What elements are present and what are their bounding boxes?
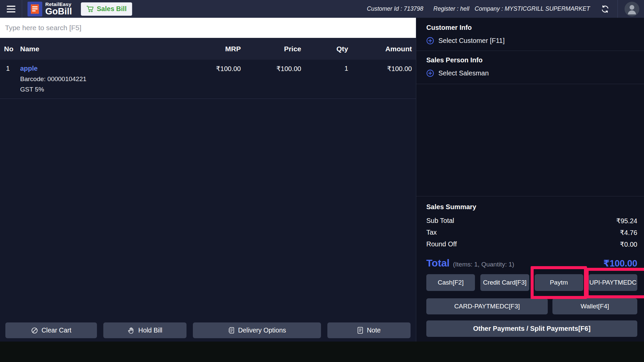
table-header: No Name MRP Price Qty Amount bbox=[0, 38, 416, 60]
total-meta: (Items: 1, Quantity: 1) bbox=[453, 261, 514, 268]
payment-row-1: Cash[F2] Credit Card[F3] Paytm UPI-PAYTM… bbox=[426, 274, 637, 291]
col-header-price: Price bbox=[241, 45, 301, 53]
delivery-options-button[interactable]: Delivery Options bbox=[193, 322, 321, 338]
checkout-panel: Customer Info Select Customer [F11] Sale… bbox=[416, 18, 644, 342]
hold-bill-label: Hold Bill bbox=[138, 326, 162, 334]
subtotal-label: Sub Total bbox=[426, 217, 454, 225]
panel-divider bbox=[416, 196, 644, 196]
select-customer-label: Select Customer [F11] bbox=[438, 37, 504, 45]
payment-row-2: CARD-PAYTMEDC[F3] Wallet[F4] bbox=[426, 298, 637, 314]
cart-icon bbox=[87, 5, 94, 12]
clear-cart-button[interactable]: Clear Cart bbox=[5, 322, 97, 338]
action-bar: Clear Cart Hold Bill bbox=[0, 322, 416, 342]
panel-divider bbox=[416, 51, 644, 51]
tab-sales-bill-label: Sales Bill bbox=[97, 5, 127, 13]
brand-logo-icon bbox=[28, 2, 42, 16]
subtotal-value: ₹95.24 bbox=[616, 217, 637, 225]
hold-bill-button[interactable]: Hold Bill bbox=[103, 322, 186, 338]
app-root: RetailEasy GoBill Sales Bill Customer Id… bbox=[0, 0, 644, 362]
summary-row-roundoff: Round Off ₹0.00 bbox=[426, 238, 637, 250]
total-value: ₹100.00 bbox=[603, 258, 637, 269]
col-header-no: No bbox=[4, 45, 20, 53]
total-label: Total bbox=[426, 257, 449, 269]
refresh-button[interactable] bbox=[601, 5, 609, 13]
customer-id-label: Customer Id : 713798 bbox=[367, 5, 423, 12]
summary-row-tax: Tax ₹4.76 bbox=[426, 227, 637, 238]
user-avatar[interactable] bbox=[625, 2, 639, 16]
user-icon bbox=[625, 2, 639, 16]
roundoff-label: Round Off bbox=[426, 240, 457, 248]
select-salesman-button[interactable]: Select Salesman bbox=[426, 69, 637, 77]
clear-cart-label: Clear Cart bbox=[42, 326, 71, 334]
row-number: 1 bbox=[4, 65, 20, 72]
item-qty: 1 bbox=[301, 65, 348, 72]
tax-value: ₹4.76 bbox=[620, 229, 637, 237]
item-mrp: ₹100.00 bbox=[184, 65, 241, 73]
tax-label: Tax bbox=[426, 229, 437, 236]
hamburger-menu-button[interactable] bbox=[0, 0, 22, 18]
customer-info-title: Customer Info bbox=[426, 24, 637, 32]
footer-strip bbox=[0, 342, 644, 362]
item-tax: GST 5% bbox=[20, 86, 184, 93]
upi-paytmedc-button[interactable]: UPI-PAYTMEDC bbox=[589, 274, 637, 291]
note-button[interactable]: Note bbox=[327, 322, 411, 338]
col-header-name: Name bbox=[20, 45, 184, 53]
clear-cart-icon bbox=[31, 327, 38, 334]
main-content: No Name MRP Price Qty Amount 1 apple Bar… bbox=[0, 18, 644, 342]
credit-card-button[interactable]: Credit Card[F3] bbox=[480, 274, 529, 291]
item-price: ₹100.00 bbox=[241, 65, 301, 73]
note-icon bbox=[357, 327, 363, 334]
select-customer-button[interactable]: Select Customer [F11] bbox=[426, 37, 637, 45]
sales-summary: Sub Total ₹95.24 Tax ₹4.76 Round Off ₹0.… bbox=[426, 215, 637, 250]
table-row: 1 apple Barcode: 00000104221 GST 5% ₹100… bbox=[0, 60, 416, 99]
note-label: Note bbox=[367, 326, 381, 334]
total-row: Total (Items: 1, Quantity: 1) ₹100.00 bbox=[426, 257, 637, 269]
hamburger-icon bbox=[7, 6, 15, 12]
item-name-link[interactable]: apple bbox=[20, 65, 184, 72]
brand-name-line2: GoBill bbox=[45, 7, 72, 16]
wallet-button[interactable]: Wallet[F4] bbox=[552, 298, 637, 314]
topbar: RetailEasy GoBill Sales Bill Customer Id… bbox=[0, 0, 644, 18]
delivery-options-icon bbox=[228, 327, 234, 334]
cash-button[interactable]: Cash[F2] bbox=[426, 274, 475, 291]
bill-area: No Name MRP Price Qty Amount 1 apple Bar… bbox=[0, 18, 416, 342]
roundoff-value: ₹0.00 bbox=[620, 240, 637, 248]
company-label: Company : MYSTICGRILL SUPERMARKET bbox=[475, 5, 590, 12]
refresh-icon bbox=[601, 5, 609, 13]
register-label: Register : hell bbox=[433, 5, 469, 12]
col-header-mrp: MRP bbox=[184, 45, 241, 53]
col-header-qty: Qty bbox=[301, 45, 348, 53]
item-barcode: Barcode: 00000104221 bbox=[20, 75, 184, 83]
plus-circle-icon bbox=[426, 37, 434, 45]
select-salesman-label: Select Salesman bbox=[438, 69, 489, 77]
brand-logo: RetailEasy GoBill bbox=[28, 2, 72, 16]
plus-circle-icon bbox=[426, 69, 434, 77]
delivery-options-label: Delivery Options bbox=[238, 326, 286, 334]
hold-bill-icon bbox=[127, 327, 135, 334]
sales-person-title: Sales Person Info bbox=[426, 56, 637, 64]
summary-row-subtotal: Sub Total ₹95.24 bbox=[426, 215, 637, 227]
sales-summary-title: Sales Summary bbox=[426, 203, 637, 211]
topbar-divider bbox=[618, 0, 618, 18]
card-paytmedc-button[interactable]: CARD-PAYTMEDC[F3] bbox=[426, 298, 548, 314]
tab-sales-bill[interactable]: Sales Bill bbox=[81, 2, 132, 16]
search-input[interactable] bbox=[0, 18, 416, 38]
paytm-button[interactable]: Paytm bbox=[535, 274, 583, 291]
item-amount: ₹100.00 bbox=[348, 65, 412, 73]
col-header-amount: Amount bbox=[348, 45, 412, 53]
other-payments-button[interactable]: Other Payments / Split Payments[F6] bbox=[426, 320, 637, 337]
brand-name-line1: RetailEasy bbox=[45, 2, 72, 7]
